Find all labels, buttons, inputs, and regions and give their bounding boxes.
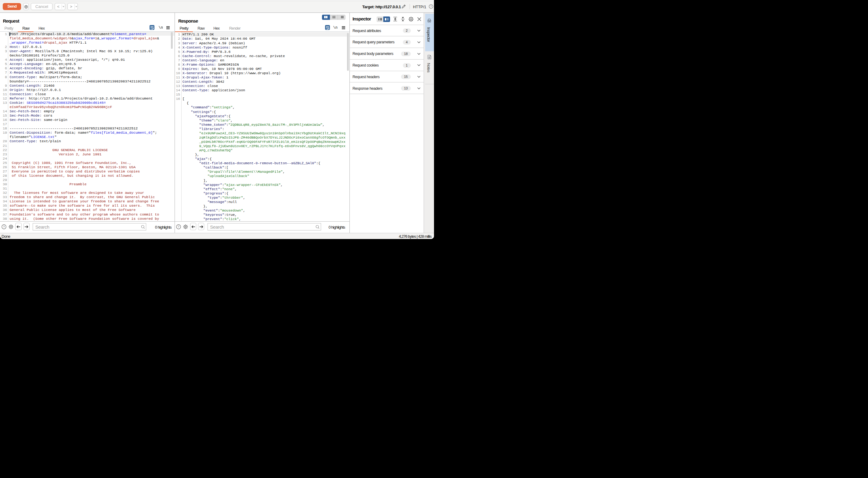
svg-text:?: ? <box>430 5 432 8</box>
svg-text:?: ? <box>178 225 180 228</box>
svg-text:?: ? <box>3 225 5 228</box>
